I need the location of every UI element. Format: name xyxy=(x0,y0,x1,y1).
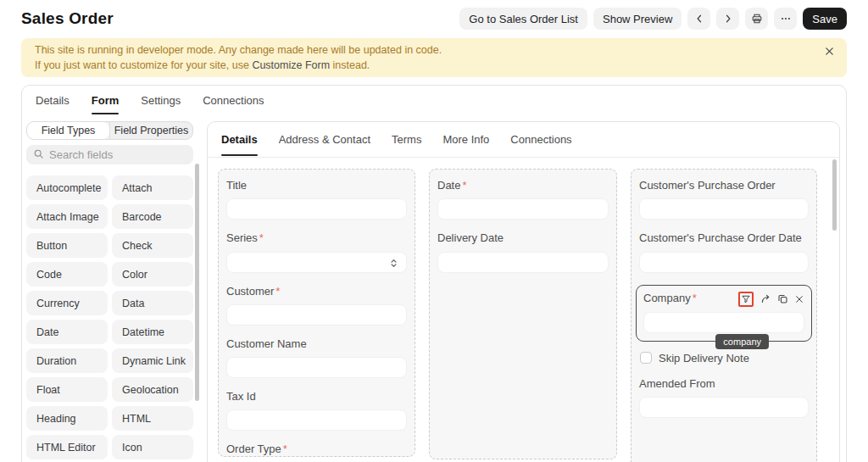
field-label: Title xyxy=(226,179,407,192)
field-label: Customer Name xyxy=(226,337,407,351)
field-customer-name: Customer Name xyxy=(226,337,407,378)
field-select[interactable] xyxy=(226,252,407,273)
field-type-barcode[interactable]: Barcode xyxy=(112,204,193,229)
field-type-html[interactable]: HTML xyxy=(112,406,193,431)
selected-field-company[interactable]: Company*company xyxy=(636,285,812,342)
field-type-float[interactable]: Float xyxy=(26,377,108,402)
form-builder-content: Field TypesField Properties Autocomplete… xyxy=(22,115,846,462)
field-type-autocomplete[interactable]: Autocomplete xyxy=(26,175,108,200)
field-series: Series* xyxy=(226,231,407,272)
filter-icon[interactable] xyxy=(738,292,754,307)
field-date: Date* xyxy=(437,179,609,220)
field-customer-s-purchase-order: Customer's Purchase Order xyxy=(639,179,809,220)
required-asterisk: * xyxy=(693,292,697,304)
search-icon xyxy=(33,148,44,162)
field-label: Customer's Purchase Order Date xyxy=(639,231,809,245)
field-type-check[interactable]: Check xyxy=(112,233,193,258)
field-label: Date* xyxy=(437,179,609,192)
remove-icon[interactable] xyxy=(794,294,804,304)
form-tab-terms[interactable]: Terms xyxy=(392,122,421,157)
field-type-date[interactable]: Date xyxy=(26,320,108,344)
field-delivery-date: Delivery Date xyxy=(437,231,609,272)
field-type-heading[interactable]: Heading xyxy=(26,406,108,431)
select-chevron-icon xyxy=(388,257,399,272)
form-panel-scrollbar[interactable] xyxy=(832,159,837,231)
more-options-button[interactable] xyxy=(774,8,797,30)
field-tax-id: Tax Id xyxy=(226,390,407,431)
field-type-grid: AutocompleteAttachAttach ImageBarcodeBut… xyxy=(26,175,193,459)
field-input[interactable] xyxy=(226,357,407,378)
go-to-sales-order-list-button[interactable]: Go to Sales Order List xyxy=(459,8,587,30)
ellipsis-icon xyxy=(780,13,792,25)
required-asterisk: * xyxy=(283,443,287,455)
field-label: Series* xyxy=(226,231,407,245)
required-asterisk: * xyxy=(462,179,466,192)
field-type-button[interactable]: Button xyxy=(26,233,108,258)
page-header: Sales Order Go to Sales Order List Show … xyxy=(0,0,868,31)
field-label: Delivery Date xyxy=(437,231,609,245)
field-type-code[interactable]: Code xyxy=(26,262,108,287)
form-column-1: TitleSeries*Customer*Customer NameTax Id… xyxy=(218,169,415,457)
tab-connections[interactable]: Connections xyxy=(203,86,264,115)
tab-settings[interactable]: Settings xyxy=(141,86,181,115)
form-column-3: Customer's Purchase OrderCustomer's Purc… xyxy=(631,169,817,462)
field-input[interactable] xyxy=(643,312,804,333)
duplicate-icon[interactable] xyxy=(777,293,788,304)
form-tab-more-info[interactable]: More Info xyxy=(442,122,489,157)
move-icon[interactable] xyxy=(760,293,771,304)
form-tab-details[interactable]: Details xyxy=(221,122,258,157)
save-button[interactable]: Save xyxy=(803,8,847,30)
print-button[interactable] xyxy=(745,8,768,30)
field-type-geolocation[interactable]: Geolocation xyxy=(112,377,193,402)
doctype-tabbar: DetailsFormSettingsConnections xyxy=(22,86,846,115)
field-input[interactable] xyxy=(226,304,407,326)
field-type-duration[interactable]: Duration xyxy=(26,348,108,373)
field-label: Skip Delivery Note xyxy=(659,352,749,365)
field-input[interactable] xyxy=(639,252,809,273)
form-tab-address-contact[interactable]: Address & Contact xyxy=(279,122,370,157)
field-skip-delivery-note: Skip Delivery Note xyxy=(640,352,809,365)
field-type-dynamic-link[interactable]: Dynamic Link xyxy=(112,348,193,373)
banner-line1: This site is running in developer mode. … xyxy=(35,43,810,58)
tab-details[interactable]: Details xyxy=(36,86,70,115)
field-type-attach-image[interactable]: Attach Image xyxy=(26,204,108,229)
selected-field-header: Company* xyxy=(643,292,804,307)
field-type-html-editor[interactable]: HTML Editor xyxy=(26,435,108,459)
sidebar-mode-toggle: Field TypesField Properties xyxy=(26,121,193,140)
checkbox-skip-delivery-note[interactable] xyxy=(640,352,652,364)
selected-field-actions xyxy=(738,292,804,307)
field-input[interactable] xyxy=(437,252,609,273)
field-label: Customer's Purchase Order xyxy=(639,179,809,192)
show-preview-button[interactable]: Show Preview xyxy=(593,8,682,30)
developer-mode-banner: This site is running in developer mode. … xyxy=(21,38,847,77)
tab-form[interactable]: Form xyxy=(92,86,120,115)
printer-icon xyxy=(751,13,763,25)
banner-close-button[interactable] xyxy=(825,46,834,58)
next-button[interactable] xyxy=(716,8,739,30)
search-fields-input[interactable] xyxy=(49,148,186,161)
required-asterisk: * xyxy=(259,231,264,244)
form-tabbar: DetailsAddress & ContactTermsMore InfoCo… xyxy=(208,122,839,158)
field-input[interactable] xyxy=(437,198,609,220)
field-type-color[interactable]: Color xyxy=(112,262,193,287)
sidebar-scrollbar[interactable] xyxy=(195,164,199,401)
form-columns: TitleSeries*Customer*Customer NameTax Id… xyxy=(208,158,839,462)
field-type-currency[interactable]: Currency xyxy=(26,291,108,315)
field-type-datetime[interactable]: Datetime xyxy=(112,320,193,344)
segment-field-properties[interactable]: Field Properties xyxy=(109,122,192,139)
field-type-icon[interactable]: Icon xyxy=(112,435,193,459)
close-icon xyxy=(825,46,834,58)
field-input[interactable] xyxy=(639,397,809,418)
form-tab-connections[interactable]: Connections xyxy=(510,122,571,157)
field-type-attach[interactable]: Attach xyxy=(112,175,193,200)
customize-form-link[interactable]: Customize Form xyxy=(252,59,330,71)
form-builder-card: DetailsFormSettingsConnections Field Typ… xyxy=(21,85,847,462)
search-fields-box xyxy=(26,145,193,164)
field-order-type: Order Type* xyxy=(226,443,407,462)
field-type-data[interactable]: Data xyxy=(112,291,193,315)
previous-button[interactable] xyxy=(687,8,710,30)
field-input[interactable] xyxy=(639,198,809,220)
segment-field-types[interactable]: Field Types xyxy=(27,122,109,139)
field-input[interactable] xyxy=(226,198,407,220)
field-input[interactable] xyxy=(226,409,407,431)
